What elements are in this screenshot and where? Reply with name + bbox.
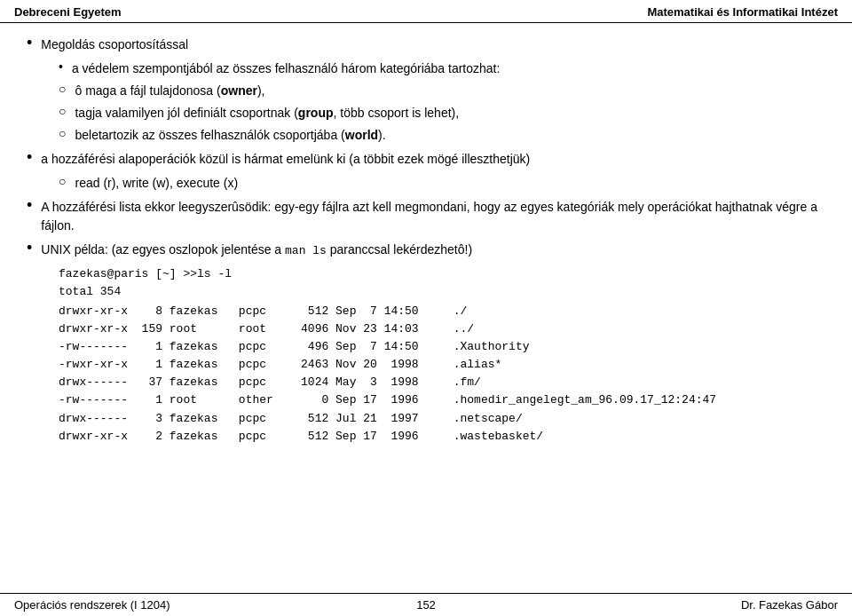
bullet-lista: • A hozzáférési lista ekkor leegyszerûsö… [27,198,825,235]
sub-bullet-group: ○ tagja valamilyen jól definiált csoport… [59,104,825,122]
bullet-icon-3: • [27,196,32,215]
total-line: total 354 [59,283,825,301]
ls-row: drwxr-xr-x 159 root root 4096 Nov 23 14:… [59,320,825,338]
bullet-megoldas-text: Megoldás csoportosítással [41,36,188,54]
sub-bullet-vedelem-text: a védelem szempontjából az összes felhas… [72,59,501,78]
section-lista: • A hozzáférési lista ekkor leegyszerûsö… [27,198,825,235]
sub-bullet-icon-group: ○ [59,104,66,118]
header: Debreceni Egyetem Matematikai és Informa… [0,0,852,23]
ls-row: drwxr-xr-x 8 fazekas pcpc 512 Sep 7 14:5… [59,303,825,320]
ls-row: drwx------ 3 fazekas pcpc 512 Jul 21 199… [59,410,825,428]
bullet-unix: • UNIX példa: (az egyes oszlopok jelenté… [27,241,825,260]
sub-bullet-rwe-text: read (r), write (w), execute (x) [75,174,238,193]
ls-rows-table: drwxr-xr-x 8 fazekas pcpc 512 Sep 7 14:5… [59,303,825,446]
bullet-unix-text: UNIX példa: (az egyes oszlopok jelentése… [41,241,472,260]
sub-bullet-world: ○ beletartozik az összes felhasználók cs… [59,126,825,145]
ls-row: -rw------- 1 root other 0 Sep 17 1996 .h… [59,391,825,409]
bullet-megoldas: • Megoldás csoportosítással [27,36,825,54]
footer-author: Dr. Fazekas Gábor [741,598,838,612]
ls-row: -rwxr-xr-x 1 fazekas pcpc 2463 Nov 20 19… [59,356,825,374]
footer-course: Operációs rendszerek (I 1204) [14,598,170,612]
sub-bullet-icon-1: • [59,59,63,74]
bullet-icon-1: • [27,34,32,52]
total-text: total 354 [59,283,121,301]
sub-bullet-owner-text: ô maga a fájl tulajdonosa (owner), [75,82,264,100]
sub-bullet-owner: ○ ô maga a fájl tulajdonosa (owner), [59,82,825,100]
sub-bullet-group-text: tagja valamilyen jól definiált csoportna… [75,104,459,122]
bullet-alapop-text: a hozzáférési alapoperációk közül is hár… [41,150,530,169]
sub-bullet-world-text: beletartozik az összes felhasználók csop… [75,126,385,145]
bullet-icon-4: • [27,239,32,257]
sub-bullet-icon-world: ○ [59,126,66,140]
section-megoldas: • Megoldás csoportosítással • a védelem … [27,36,825,145]
header-institute: Matematikai és Informatikai Intézet [647,5,838,19]
section-alapop: • a hozzáférési alapoperációk közül is h… [27,150,825,193]
footer-page: 152 [416,598,436,612]
ls-row: -rw------- 1 fazekas pcpc 496 Sep 7 14:5… [59,338,825,356]
bullet-icon-2: • [27,148,32,167]
bullet-alapop: • a hozzáférési alapoperációk közül is h… [27,150,825,169]
ls-output: fazekas@paris [~] >>ls -l total 354 [59,265,825,301]
main-content: • Megoldás csoportosítással • a védelem … [0,23,852,499]
ls-row: drwxr-xr-x 2 fazekas pcpc 512 Sep 17 199… [59,428,825,446]
header-university: Debreceni Egyetem [14,5,122,19]
sub-bullet-rwe: ○ read (r), write (w), execute (x) [59,174,825,193]
fazekas-prompt: fazekas@paris [~] >>ls -l [59,265,825,283]
section-unix: • UNIX példa: (az egyes oszlopok jelenté… [27,241,825,260]
bullet-lista-text: A hozzáférési lista ekkor leegyszerûsödi… [41,198,825,235]
sub-bullet-icon-rwe: ○ [59,174,66,188]
sub-bullet-icon-owner: ○ [59,82,66,96]
fazekas-prompt-text: fazekas@paris [~] >>ls -l [59,265,232,283]
footer: Operációs rendszerek (I 1204) 152 Dr. Fa… [0,593,852,616]
ls-row: drwx------ 37 fazekas pcpc 1024 May 3 19… [59,374,825,391]
sub-bullet-vedelem: • a védelem szempontjából az összes felh… [59,59,825,78]
